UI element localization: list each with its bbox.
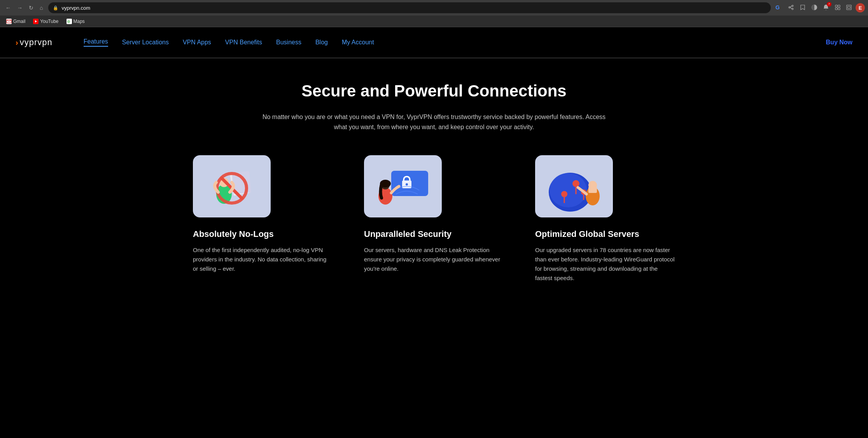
svg-point-30 [561,191,567,197]
url-text: vyprvpn.com [61,5,766,11]
svg-rect-2 [835,5,837,7]
gmail-favicon [6,19,12,24]
maps-label: Maps [74,19,85,24]
browser-actions: G [774,2,865,14]
feature-security: Unparalleled Security Our servers, hardw… [364,155,504,283]
no-logs-illustration [193,155,271,217]
gmail-label: Gmail [13,19,25,24]
google-account-button[interactable]: G [774,2,784,14]
no-logs-title: Absolutely No-Logs [193,229,333,239]
svg-point-23 [406,183,408,186]
home-button[interactable]: ⌂ [37,3,45,12]
features-grid: Absolutely No-Logs One of the first inde… [162,155,706,283]
svg-rect-6 [847,5,851,10]
nav-business[interactable]: Business [276,39,301,46]
youtube-favicon [33,19,38,24]
forward-button[interactable]: → [15,3,25,12]
nav-my-account[interactable]: My Account [342,39,374,46]
buy-now-button[interactable]: Buy Now [826,39,852,46]
logo-text: vyprvpn [20,37,52,47]
nav-server-locations[interactable]: Server Locations [122,39,169,46]
hero-section: Secure and Powerful Connections No matte… [0,58,868,298]
youtube-label: YouTube [40,19,58,24]
browser-chrome: ← → ↻ ⌂ 🔒 vyprvpn.com G [0,0,868,27]
svg-rect-4 [835,8,837,10]
site-logo[interactable]: › vyprvpn [16,37,52,47]
security-desc: Our servers, hardware and DNS Leak Prote… [364,245,504,273]
profile-button[interactable]: E [856,3,865,12]
svg-text:⊕: ⊕ [67,19,70,24]
hero-subtitle: No matter who you are or what you need a… [259,112,609,132]
svg-text:G: G [775,4,780,11]
nav-blog[interactable]: Blog [315,39,328,46]
share-button[interactable] [786,3,796,13]
refresh-button[interactable]: ↻ [26,3,36,12]
website: › vyprvpn Features Server Locations VPN … [0,27,868,298]
notification-button[interactable]: 7 [821,3,831,13]
back-button[interactable]: ← [3,3,13,12]
bookmarks-bar: Gmail YouTube ⊕ Maps [0,16,868,27]
nav-buttons: ← → ↻ ⌂ [3,3,45,12]
no-logs-desc: One of the first independently audited, … [193,245,333,273]
svg-rect-7 [848,6,850,9]
nav-features[interactable]: Features [84,38,108,47]
darkmode-toggle[interactable] [810,3,819,13]
bookmark-gmail[interactable]: Gmail [3,18,28,25]
nav-vpn-benefits[interactable]: VPN Benefits [225,39,262,46]
feature-no-logs: Absolutely No-Logs One of the first inde… [193,155,333,283]
feature-servers: Optimized Global Servers Our upgraded se… [535,155,675,283]
browser-toolbar: ← → ↻ ⌂ 🔒 vyprvpn.com G [0,0,868,16]
bookmark-maps[interactable]: ⊕ Maps [63,18,88,25]
site-navigation: › vyprvpn Features Server Locations VPN … [0,27,868,58]
security-illustration [364,155,442,217]
servers-illustration [535,155,613,217]
notifications[interactable]: 7 [821,3,831,13]
hero-title: Secure and Powerful Connections [16,82,852,100]
svg-rect-3 [838,5,840,7]
nav-links: Features Server Locations VPN Apps VPN B… [84,38,826,47]
extensions-button[interactable] [833,3,842,13]
nav-vpn-apps[interactable]: VPN Apps [183,39,211,46]
security-title: Unparalleled Security [364,229,504,239]
svg-rect-5 [838,8,840,10]
maps-favicon: ⊕ [66,19,72,24]
servers-desc: Our upgraded servers in 78 countries are… [535,245,675,283]
window-button[interactable] [845,3,853,13]
address-bar[interactable]: 🔒 vyprvpn.com [48,2,771,13]
bookmark-button[interactable] [798,3,807,13]
svg-rect-35 [588,187,597,193]
lock-icon: 🔒 [53,5,58,11]
servers-title: Optimized Global Servers [535,229,675,239]
bookmark-youtube[interactable]: YouTube [30,18,61,25]
notification-count: 7 [827,2,831,7]
svg-point-31 [572,180,579,187]
logo-chevron-icon: › [16,38,18,47]
